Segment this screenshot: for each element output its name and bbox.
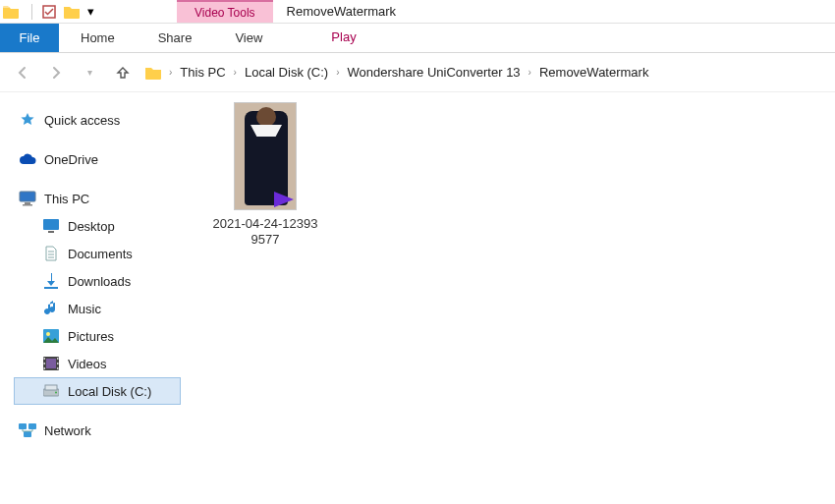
svg-rect-2 xyxy=(25,202,30,204)
svg-rect-6 xyxy=(44,287,58,289)
tree-label: Music xyxy=(68,302,101,316)
tree-label: Local Disk (C:) xyxy=(68,384,151,399)
svg-rect-12 xyxy=(44,363,46,364)
svg-rect-3 xyxy=(23,204,32,206)
window-title: RemoveWatermark xyxy=(273,0,410,23)
file-name-label: 2021-04-24-12393 9577 xyxy=(196,216,334,249)
breadcrumb-segment[interactable]: Wondershare UniConverter 13 xyxy=(348,65,521,80)
svg-rect-15 xyxy=(57,363,59,364)
file-item[interactable]: 2021-04-24-12393 9577 xyxy=(196,102,334,249)
monitor-icon xyxy=(19,190,36,207)
chevron-right-icon[interactable]: › xyxy=(169,67,172,78)
svg-rect-4 xyxy=(43,219,59,230)
spacer xyxy=(14,405,181,417)
chevron-right-icon[interactable]: › xyxy=(529,67,531,78)
tree-label: Documents xyxy=(68,247,133,261)
breadcrumb-segment[interactable]: Local Disk (C:) xyxy=(245,65,328,80)
svg-rect-1 xyxy=(20,192,35,201)
chevron-right-icon[interactable]: › xyxy=(336,67,339,78)
svg-point-8 xyxy=(46,332,50,336)
breadcrumb-segment[interactable]: This PC xyxy=(180,65,225,80)
qat-customize-chevron[interactable]: ▾ xyxy=(84,4,98,19)
navigation-bar: ▾ › This PC › Local Disk (C:) › Wondersh… xyxy=(0,53,835,92)
forward-button[interactable] xyxy=(45,62,67,84)
network-icon xyxy=(19,421,36,439)
svg-rect-5 xyxy=(48,231,54,233)
chevron-right-icon[interactable]: › xyxy=(234,67,237,78)
svg-rect-18 xyxy=(45,385,57,390)
tree-item-this-pc[interactable]: This PC xyxy=(14,185,181,212)
tree-label: Desktop xyxy=(68,219,115,234)
svg-point-19 xyxy=(55,392,57,394)
pictures-icon xyxy=(42,327,60,345)
tree-item-quick-access[interactable]: Quick access xyxy=(14,106,181,134)
svg-rect-21 xyxy=(28,423,36,429)
titlebar-spacer xyxy=(98,0,177,23)
spacer xyxy=(14,134,181,145)
drive-icon xyxy=(42,382,60,400)
svg-rect-10 xyxy=(46,359,56,368)
qat-button-properties[interactable] xyxy=(38,5,60,19)
up-button[interactable] xyxy=(112,62,134,84)
qat-button-new-folder[interactable] xyxy=(60,5,84,19)
tab-play[interactable]: Play xyxy=(309,24,377,52)
spacer xyxy=(14,173,181,185)
folder-icon xyxy=(145,66,161,80)
divider xyxy=(31,4,32,20)
download-arrow-icon xyxy=(42,272,60,290)
tab-view[interactable]: View xyxy=(213,24,284,52)
ribbon-gap xyxy=(284,24,309,52)
folder-icon xyxy=(0,0,22,23)
documents-icon xyxy=(42,245,60,262)
tree-item-pictures[interactable]: Pictures xyxy=(14,322,181,350)
body: Quick access OneDrive This PC Desktop xyxy=(0,92,835,504)
tree-label: Downloads xyxy=(68,274,131,289)
svg-rect-16 xyxy=(57,367,59,369)
tree-item-downloads[interactable]: Downloads xyxy=(14,267,181,295)
navigation-pane: Quick access OneDrive This PC Desktop xyxy=(0,92,187,504)
tab-file[interactable]: File xyxy=(0,24,59,52)
tab-share[interactable]: Share xyxy=(137,24,214,52)
tree-label: OneDrive xyxy=(44,152,98,167)
svg-rect-11 xyxy=(44,358,46,360)
tree-label: Pictures xyxy=(68,329,114,344)
svg-rect-22 xyxy=(24,431,31,437)
back-button[interactable] xyxy=(12,62,33,84)
video-thumbnail xyxy=(234,102,297,210)
tree-label: Network xyxy=(44,423,91,438)
tree-label: Videos xyxy=(68,357,107,371)
contextual-tab-video-tools[interactable]: Video Tools xyxy=(177,0,273,23)
content-pane[interactable]: 2021-04-24-12393 9577 xyxy=(187,92,835,504)
title-bar: ▾ Video Tools RemoveWatermark xyxy=(0,0,835,24)
tree-item-desktop[interactable]: Desktop xyxy=(14,212,181,240)
cloud-icon xyxy=(19,150,36,168)
tree-item-documents[interactable]: Documents xyxy=(14,240,181,267)
ribbon-tabs: File Home Share View Play xyxy=(0,24,835,53)
film-icon xyxy=(42,355,60,372)
tab-home[interactable]: Home xyxy=(59,24,137,52)
quick-access-toolbar: ▾ xyxy=(22,0,98,23)
tree-item-videos[interactable]: Videos xyxy=(14,350,181,377)
tree-label: Quick access xyxy=(44,113,120,128)
tree-item-network[interactable]: Network xyxy=(14,417,181,444)
svg-rect-20 xyxy=(19,423,27,429)
tree-item-onedrive[interactable]: OneDrive xyxy=(14,145,181,173)
thumbnail-shape xyxy=(256,107,276,127)
music-note-icon xyxy=(42,300,60,317)
breadcrumb[interactable]: › This PC › Local Disk (C:) › Wondershar… xyxy=(145,65,823,80)
tree-item-music[interactable]: Music xyxy=(14,295,181,322)
svg-rect-14 xyxy=(57,358,59,360)
tree-label: This PC xyxy=(44,192,89,206)
recent-locations-chevron[interactable]: ▾ xyxy=(79,62,100,84)
star-icon xyxy=(19,111,36,129)
breadcrumb-segment[interactable]: RemoveWatermark xyxy=(539,65,648,80)
desktop-icon xyxy=(42,217,60,235)
tree-item-local-disk[interactable]: Local Disk (C:) xyxy=(14,377,181,405)
svg-rect-13 xyxy=(44,367,46,369)
